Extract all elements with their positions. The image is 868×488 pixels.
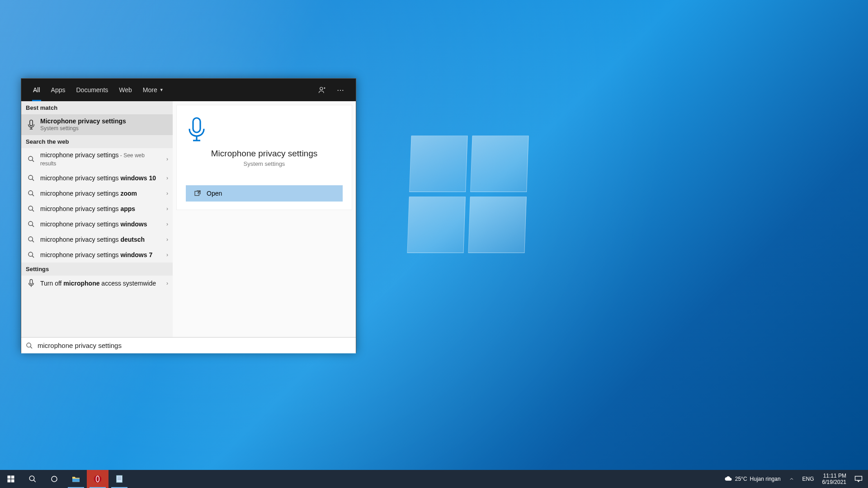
svg-point-7	[28, 237, 33, 241]
taskbar: 25°C Hujan ringan ENG 11:11 PM 6/19/2021	[0, 470, 868, 488]
microphone-icon	[26, 279, 37, 288]
chevron-right-icon[interactable]: ›	[166, 252, 168, 258]
microphone-icon	[26, 119, 37, 130]
chevron-right-icon[interactable]: ›	[166, 175, 168, 181]
svg-point-4	[28, 191, 33, 195]
result-best-match[interactable]: Microphone privacy settings System setti…	[21, 114, 173, 135]
svg-rect-22	[117, 475, 123, 483]
web-result-5[interactable]: microphone privacy settings deutsch ›	[21, 232, 173, 247]
svg-point-6	[28, 221, 33, 225]
tray-chevron-up[interactable]	[786, 470, 797, 488]
tab-more-label: More	[143, 86, 157, 94]
chevron-right-icon[interactable]: ›	[166, 156, 168, 162]
section-settings: Settings	[21, 263, 173, 276]
svg-point-21	[96, 476, 99, 482]
search-icon	[26, 221, 37, 228]
date-label: 6/19/2021	[822, 479, 846, 485]
system-tray: 25°C Hujan ringan ENG 11:11 PM 6/19/2021	[719, 470, 868, 488]
settings-result-0[interactable]: Turn off microphone access systemwide ›	[21, 276, 173, 291]
search-input-bar	[21, 337, 356, 353]
chevron-down-icon: ▼	[160, 88, 164, 92]
web-result-text: microphone privacy settings	[40, 251, 120, 258]
chevron-right-icon[interactable]: ›	[166, 221, 168, 227]
search-input[interactable]	[38, 342, 351, 349]
language-indicator[interactable]: ENG	[800, 470, 817, 488]
svg-point-3	[28, 175, 33, 179]
web-result-text: microphone privacy settings	[40, 205, 120, 212]
tab-web[interactable]: Web	[113, 79, 137, 101]
chevron-right-icon[interactable]: ›	[166, 236, 168, 243]
web-result-bold: zoom	[120, 190, 137, 197]
open-icon	[193, 190, 202, 197]
settings-result-text: Turn off	[40, 280, 63, 287]
svg-point-2	[28, 156, 33, 160]
search-icon	[26, 342, 33, 349]
file-explorer-button[interactable]	[65, 470, 87, 488]
svg-rect-13	[8, 476, 11, 479]
result-title: Microphone privacy settings	[40, 117, 158, 125]
section-best-match: Best match	[21, 101, 173, 114]
weather-cloud-icon	[724, 476, 732, 482]
microphone-icon	[186, 116, 343, 143]
notepad-button[interactable]	[108, 470, 130, 488]
chevron-right-icon[interactable]: ›	[166, 190, 168, 197]
opera-button[interactable]	[87, 470, 108, 488]
search-icon	[26, 205, 37, 212]
svg-point-18	[52, 476, 57, 482]
clock[interactable]: 11:11 PM 6/19/2021	[820, 470, 849, 488]
cortana-button[interactable]	[43, 470, 65, 488]
preview-subtitle: System settings	[186, 160, 343, 167]
section-search-web: Search the web	[21, 135, 173, 148]
web-result-3[interactable]: microphone privacy settings apps ›	[21, 201, 173, 216]
start-button[interactable]	[0, 470, 22, 488]
more-options-icon[interactable]: ⋯	[331, 79, 349, 101]
search-icon	[26, 190, 37, 197]
svg-rect-10	[193, 118, 200, 132]
svg-rect-16	[11, 479, 14, 483]
web-result-bold: deutsch	[120, 236, 145, 243]
start-search-panel: All Apps Documents Web More ▼ ⋯ Best mat…	[21, 78, 356, 353]
svg-point-17	[29, 476, 34, 481]
weather-widget[interactable]: 25°C Hujan ringan	[722, 470, 783, 488]
web-result-2[interactable]: microphone privacy settings zoom ›	[21, 186, 173, 201]
preview-card: Microphone privacy settings System setti…	[176, 105, 352, 210]
web-result-1[interactable]: microphone privacy settings windows 10 ›	[21, 170, 173, 186]
web-result-text: microphone privacy settings	[40, 174, 120, 182]
svg-point-0	[320, 87, 323, 90]
settings-result-suffix: access systemwide	[99, 280, 156, 287]
tab-more[interactable]: More ▼	[137, 79, 169, 101]
svg-point-12	[27, 343, 31, 347]
web-result-0[interactable]: microphone privacy settings - See web re…	[21, 148, 173, 170]
feedback-icon[interactable]	[313, 79, 331, 101]
chevron-right-icon[interactable]: ›	[166, 206, 168, 212]
action-center-button[interactable]	[852, 470, 865, 488]
open-action[interactable]: Open	[186, 185, 343, 202]
web-result-text: microphone privacy settings	[40, 221, 120, 228]
settings-result-bold: microphone	[63, 280, 99, 287]
tab-apps[interactable]: Apps	[46, 79, 71, 101]
weather-desc: Hujan ringan	[750, 476, 781, 482]
tab-documents[interactable]: Documents	[71, 79, 113, 101]
web-result-4[interactable]: microphone privacy settings windows ›	[21, 216, 173, 232]
preview-title: Microphone privacy settings	[186, 149, 343, 159]
windows-logo-wallpaper	[407, 136, 528, 253]
web-result-text: microphone privacy settings	[40, 151, 119, 159]
search-icon	[26, 251, 37, 258]
svg-rect-15	[8, 479, 11, 483]
time-label: 11:11 PM	[822, 473, 846, 479]
web-result-bold: windows	[120, 221, 147, 228]
svg-rect-23	[855, 476, 862, 480]
desktop-wallpaper[interactable]: All Apps Documents Web More ▼ ⋯ Best mat…	[0, 0, 868, 488]
search-preview-column: Microphone privacy settings System setti…	[173, 101, 356, 337]
svg-rect-11	[195, 191, 199, 195]
taskbar-search-button[interactable]	[22, 470, 43, 488]
web-result-bold: windows 7	[120, 251, 152, 258]
svg-rect-14	[11, 476, 14, 479]
tab-all[interactable]: All	[28, 79, 46, 101]
svg-point-5	[28, 206, 33, 210]
search-results-column: Best match Microphone privacy settings S…	[21, 101, 173, 337]
web-result-bold: windows 10	[120, 174, 156, 182]
result-subtitle: System settings	[40, 125, 158, 132]
web-result-6[interactable]: microphone privacy settings windows 7 ›	[21, 247, 173, 263]
chevron-right-icon[interactable]: ›	[166, 280, 168, 286]
